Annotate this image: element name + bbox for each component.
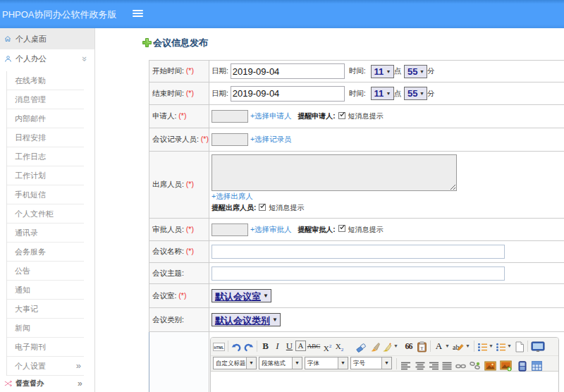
svg-text:HTML: HTML <box>214 345 224 350</box>
svg-text:T: T <box>420 345 424 351</box>
